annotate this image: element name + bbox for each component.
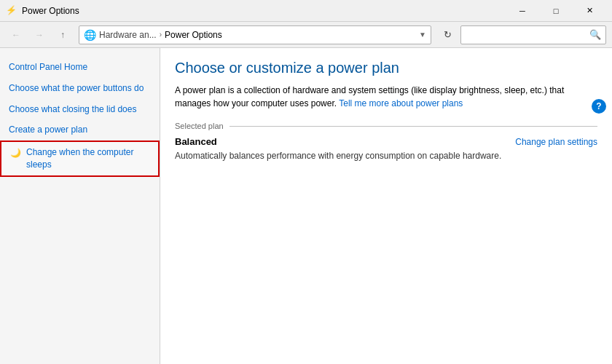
section-divider bbox=[230, 126, 597, 127]
breadcrumb-prefix: Hardware an... bbox=[99, 30, 157, 40]
app-icon: ⚡ bbox=[6, 5, 17, 17]
selected-plan-label: Selected plan bbox=[175, 122, 224, 130]
sidebar-item-label: Choose what the power buttons do bbox=[9, 82, 151, 95]
minimize-button[interactable]: ─ bbox=[506, 0, 539, 22]
main-container: Control Panel Home Choose what the power… bbox=[0, 48, 612, 364]
breadcrumb-sep-1: › bbox=[160, 31, 162, 39]
sleep-icon: 🌙 bbox=[10, 147, 22, 159]
sidebar: Control Panel Home Choose what the power… bbox=[0, 48, 160, 364]
search-button[interactable]: 🔍 bbox=[589, 29, 601, 40]
sidebar-item-label: Choose what closing the lid does bbox=[9, 103, 151, 116]
plan-description: Automatically balances performance with … bbox=[175, 150, 597, 162]
sidebar-item-label: Control Panel Home bbox=[9, 61, 151, 74]
change-plan-settings-link[interactable]: Change plan settings bbox=[515, 137, 597, 147]
sidebar-item-closing-lid[interactable]: Choose what closing the lid does bbox=[0, 99, 160, 120]
content-area: Choose or customize a power plan A power… bbox=[160, 48, 612, 364]
window-controls: ─ □ ✕ bbox=[506, 0, 606, 22]
plan-name: Balanced bbox=[175, 136, 217, 147]
sidebar-item-control-panel-home[interactable]: Control Panel Home bbox=[0, 57, 160, 78]
selected-plan-header: Selected plan bbox=[175, 122, 597, 130]
content-description: A power plan is a collection of hardware… bbox=[175, 84, 597, 110]
page-title: Choose or customize a power plan bbox=[175, 60, 597, 76]
refresh-button[interactable]: ↻ bbox=[437, 25, 458, 45]
title-bar: ⚡ Power Options ─ □ ✕ bbox=[0, 0, 612, 22]
breadcrumb-current: Power Options bbox=[165, 30, 222, 40]
selected-plan-section: Selected plan Balanced Change plan setti… bbox=[175, 122, 597, 162]
breadcrumb-globe-icon: 🌐 bbox=[84, 29, 96, 41]
search-bar: 🔍 bbox=[460, 25, 606, 44]
window-title: Power Options bbox=[22, 6, 506, 16]
power-plans-link[interactable]: Tell me more about power plans bbox=[339, 98, 463, 108]
forward-button[interactable]: → bbox=[29, 25, 50, 45]
toolbar: ← → ↑ 🌐 Hardware an... › Power Options ▼… bbox=[0, 22, 612, 48]
sidebar-item-label: Change when the computer sleeps bbox=[26, 146, 149, 171]
back-button[interactable]: ← bbox=[6, 25, 26, 45]
up-button[interactable]: ↑ bbox=[52, 25, 73, 45]
sidebar-item-change-sleep[interactable]: 🌙 Change when the computer sleeps bbox=[0, 141, 160, 177]
plan-row: Balanced Change plan settings bbox=[175, 136, 597, 147]
breadcrumb-dropdown-button[interactable]: ▼ bbox=[419, 31, 426, 39]
breadcrumb-bar[interactable]: 🌐 Hardware an... › Power Options ▼ bbox=[79, 25, 431, 44]
sidebar-item-label: Create a power plan bbox=[9, 124, 151, 136]
help-icon[interactable]: ? bbox=[592, 99, 606, 114]
search-input[interactable] bbox=[466, 30, 589, 40]
sidebar-item-create-power-plan[interactable]: Create a power plan bbox=[0, 119, 160, 141]
maximize-button[interactable]: □ bbox=[539, 0, 573, 22]
close-button[interactable]: ✕ bbox=[573, 0, 606, 22]
sidebar-item-power-buttons[interactable]: Choose what the power buttons do bbox=[0, 78, 160, 99]
